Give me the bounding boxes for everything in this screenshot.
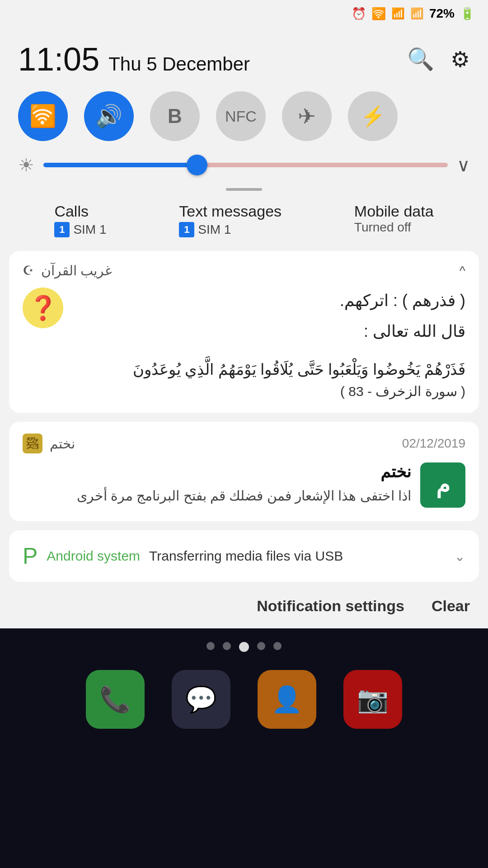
panel-divider bbox=[226, 188, 262, 191]
nakhtim-body: اذا اختفى هذا الإشعار فمن فضلك قم بفتح ا… bbox=[23, 485, 411, 507]
header-actions: 🔍 ⚙ bbox=[407, 47, 470, 72]
search-icon[interactable]: 🔍 bbox=[407, 47, 434, 72]
text-messages-label: Text messages bbox=[179, 203, 282, 220]
contacts-icon[interactable]: 👤 bbox=[258, 670, 316, 729]
messages-icon-symbol: 💬 bbox=[185, 684, 217, 714]
sim-info-row: Calls 1 SIM 1 Text messages 1 SIM 1 Mobi… bbox=[0, 198, 488, 251]
notification-panel: 11:05 Thu 5 December 🔍 ⚙ 🛜 🔊 B NFC ✈ ⚡ ☀ bbox=[0, 27, 488, 628]
status-icons: ⏰ 🛜 📶 📶 72% 🔋 bbox=[352, 6, 474, 21]
calls-info[interactable]: Calls 1 SIM 1 bbox=[54, 203, 106, 237]
brightness-row: ☀ ∨ bbox=[0, 150, 488, 184]
android-notification-message: Transferring media files via USB bbox=[149, 548, 445, 564]
status-bar: ⏰ 🛜 📶 📶 72% 🔋 bbox=[0, 0, 488, 27]
quran-notification-card[interactable]: ☪ غريب القرآن ^ ( فذرهم ) : اتركهم. قال … bbox=[9, 251, 479, 413]
quran-emoji: ❓ bbox=[23, 288, 63, 328]
nakhtim-content: م نختم اذا اختفى هذا الإشعار فمن فضلك قم… bbox=[9, 458, 479, 521]
nakhtim-app-icon: ﷺ bbox=[23, 434, 42, 453]
camera-app[interactable]: 📷 bbox=[343, 670, 402, 729]
app-icons-row: 📞 💬 👤 📷 bbox=[59, 670, 429, 729]
contacts-icon-symbol: 👤 bbox=[271, 684, 303, 714]
wifi-toggle[interactable]: 🛜 bbox=[18, 91, 68, 141]
nakhtim-date: 02/12/2019 bbox=[402, 436, 465, 451]
dot-2 bbox=[223, 642, 231, 650]
phone-app[interactable]: 📞 bbox=[86, 670, 145, 729]
nakhtim-app-name: نختم bbox=[50, 436, 75, 452]
calls-sim-badge: 1 bbox=[54, 222, 70, 237]
mobile-data-label: Mobile data bbox=[354, 203, 434, 220]
brightness-thumb[interactable] bbox=[187, 155, 207, 175]
calls-sim-sub: 1 SIM 1 bbox=[54, 222, 106, 237]
notification-bottom-actions: Notification settings Clear bbox=[0, 591, 488, 628]
text-messages-sim-name: SIM 1 bbox=[198, 222, 231, 237]
mobile-data-info[interactable]: Mobile data Turned off bbox=[354, 203, 434, 235]
panel-header: 11:05 Thu 5 December 🔍 ⚙ bbox=[0, 27, 488, 87]
sound-toggle[interactable]: 🔊 bbox=[84, 91, 134, 141]
page-dots-indicator bbox=[206, 642, 282, 652]
phone-icon[interactable]: 📞 bbox=[86, 670, 145, 729]
phone-icon-symbol: 📞 bbox=[99, 684, 131, 714]
nakhtim-logo: م bbox=[420, 462, 465, 508]
quran-app-icon: ☪ bbox=[23, 263, 34, 278]
current-date: Thu 5 December bbox=[108, 53, 250, 75]
quran-verse: فَذَرْهُمْ يَخُوضُوا وَيَلْعَبُوا حَتَّى… bbox=[23, 356, 465, 383]
notification-settings-button[interactable]: Notification settings bbox=[257, 597, 404, 615]
dot-4 bbox=[257, 642, 265, 650]
text-messages-sim-sub: 1 SIM 1 bbox=[179, 222, 231, 237]
quick-toggles-row: 🛜 🔊 B NFC ✈ ⚡ bbox=[0, 87, 488, 150]
brightness-expand-icon[interactable]: ∨ bbox=[457, 155, 470, 175]
signal-icon-2: 📶 bbox=[410, 7, 424, 20]
sound-icon: 🔊 bbox=[95, 104, 122, 129]
brightness-slider[interactable] bbox=[43, 163, 448, 167]
quran-main-text: ( فذرهم ) : اتركهم. bbox=[72, 288, 465, 314]
android-system-icon: P bbox=[23, 543, 38, 569]
clear-notifications-button[interactable]: Clear bbox=[432, 597, 470, 615]
dot-5 bbox=[273, 642, 282, 650]
dot-3-active bbox=[239, 642, 249, 652]
battery-level: 72% bbox=[429, 6, 455, 21]
time-date-block: 11:05 Thu 5 December bbox=[18, 41, 250, 78]
battery-icon: 🔋 bbox=[460, 7, 474, 21]
quran-notif-content: ( فذرهم ) : اتركهم. قال الله تعالى : ❓ ف… bbox=[9, 283, 479, 413]
flashlight-icon: ⚡ bbox=[361, 104, 385, 128]
calls-sim-name: SIM 1 bbox=[73, 222, 106, 237]
dot-1 bbox=[206, 642, 215, 650]
messages-icon[interactable]: 💬 bbox=[172, 670, 230, 729]
android-expand-icon[interactable]: ⌄ bbox=[454, 548, 465, 564]
quran-surah: ( سورة الزخرف - 83 ) bbox=[23, 383, 465, 399]
nakhtim-notification-card[interactable]: ﷺ نختم 02/12/2019 م نختم اذا اختفى هذا ا… bbox=[9, 422, 479, 521]
text-messages-info[interactable]: Text messages 1 SIM 1 bbox=[179, 203, 282, 237]
airplane-icon: ✈ bbox=[298, 104, 316, 129]
quran-notif-header: ☪ غريب القرآن ^ bbox=[9, 251, 479, 283]
quran-app-name: غريب القرآن bbox=[41, 263, 452, 278]
notifications-container: ☪ غريب القرآن ^ ( فذرهم ) : اتركهم. قال … bbox=[0, 251, 488, 582]
camera-icon-symbol: 📷 bbox=[357, 684, 389, 714]
current-time: 11:05 bbox=[18, 41, 99, 78]
home-screen: 📞 💬 👤 📷 etisalat | ORANGE EG | mobily bbox=[0, 628, 488, 868]
mobile-data-status: Turned off bbox=[354, 220, 411, 235]
nfc-icon: NFC bbox=[225, 108, 257, 125]
nakhtim-text-block: نختم اذا اختفى هذا الإشعار فمن فضلك قم ب… bbox=[23, 462, 411, 507]
camera-icon[interactable]: 📷 bbox=[343, 670, 402, 729]
android-system-notification[interactable]: P Android system Transferring media file… bbox=[9, 530, 479, 582]
airplane-toggle[interactable]: ✈ bbox=[282, 91, 332, 141]
quran-expand-icon[interactable]: ^ bbox=[460, 264, 465, 278]
brightness-icon: ☀ bbox=[18, 155, 34, 175]
wifi-icon: 🛜 bbox=[29, 104, 56, 129]
bluetooth-toggle[interactable]: B bbox=[150, 91, 200, 141]
messages-app[interactable]: 💬 bbox=[172, 670, 230, 729]
android-source-label: Android system bbox=[47, 548, 140, 564]
text-messages-sim-badge: 1 bbox=[179, 222, 194, 237]
bluetooth-icon: B bbox=[168, 105, 182, 127]
contacts-app[interactable]: 👤 bbox=[258, 670, 316, 729]
nakhtim-title: نختم bbox=[23, 462, 411, 481]
nakhtim-icon-symbol: ﷺ bbox=[27, 437, 38, 451]
quran-allah-text: قال الله تعالى : bbox=[72, 318, 465, 344]
nfc-toggle[interactable]: NFC bbox=[216, 91, 266, 141]
alarm-icon: ⏰ bbox=[352, 7, 366, 21]
signal-icon-1: 📶 bbox=[391, 7, 405, 20]
calls-label: Calls bbox=[54, 203, 89, 220]
settings-icon[interactable]: ⚙ bbox=[450, 47, 470, 72]
nakhtim-notif-header: ﷺ نختم 02/12/2019 bbox=[9, 422, 479, 458]
flashlight-toggle[interactable]: ⚡ bbox=[348, 91, 398, 141]
wifi-status-icon: 🛜 bbox=[371, 7, 386, 21]
